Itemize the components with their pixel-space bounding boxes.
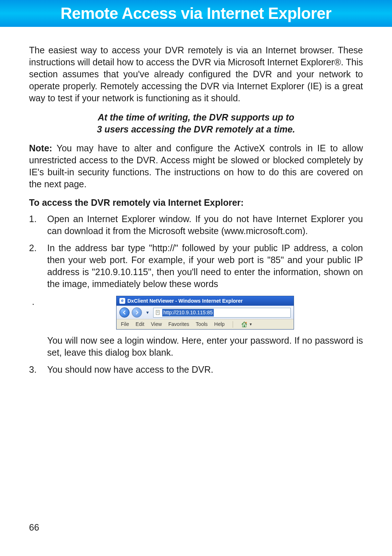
menu-view[interactable]: View xyxy=(151,321,162,327)
intro-paragraph: The easiest way to access your DVR remot… xyxy=(29,44,363,104)
forward-button[interactable] xyxy=(132,307,142,318)
step-2: In the address bar type "http://" follow… xyxy=(29,242,363,359)
callout-line-2: 3 users accessing the DVR remotely at a … xyxy=(29,123,363,135)
nav-dropdown-icon[interactable]: ▼ xyxy=(144,310,151,315)
address-url: http://210.9.10.115:85 xyxy=(162,309,214,316)
home-button[interactable]: ▼ xyxy=(241,322,253,327)
ie-window-title: DxClient NetViewer - Windows Internet Ex… xyxy=(127,298,243,304)
step-2-text: In the address bar type "http://" follow… xyxy=(47,243,363,289)
menu-file[interactable]: File xyxy=(121,321,129,327)
svg-rect-0 xyxy=(156,310,159,315)
menu-separator xyxy=(233,321,233,328)
step-2-continuation: You will now see a login window. Here, e… xyxy=(47,335,363,359)
step-3: You should now have access to the DVR. xyxy=(29,364,363,376)
ie-logo-icon: e xyxy=(119,298,125,304)
ie-window: e DxClient NetViewer - Windows Internet … xyxy=(116,296,294,330)
bullet-dot: . xyxy=(32,296,34,308)
step-1-text: Open an Internet Explorer window. If you… xyxy=(47,214,363,236)
back-button[interactable] xyxy=(119,307,130,318)
ie-address-bar-row: ▼ http://210.9.10.115:85 xyxy=(117,306,294,319)
instructions-heading: To access the DVR remotely via Internet … xyxy=(29,197,363,208)
menu-edit[interactable]: Edit xyxy=(136,321,144,327)
banner-title: Remote Access via Internet Explorer xyxy=(61,4,331,23)
chevron-down-icon: ▼ xyxy=(249,322,253,327)
page-number: 66 xyxy=(29,522,39,533)
callout-note: At the time of writing, the DVR supports… xyxy=(29,111,363,135)
menu-help[interactable]: Help xyxy=(214,321,225,327)
ie-menubar: File Edit View Favorites Tools Help xyxy=(117,319,294,329)
svg-point-3 xyxy=(245,322,247,323)
menu-tools[interactable]: Tools xyxy=(196,321,208,327)
page-icon xyxy=(155,310,161,315)
ie-titlebar: e DxClient NetViewer - Windows Internet … xyxy=(117,296,294,306)
ie-screenshot: . e DxClient NetViewer - Windows Interne… xyxy=(47,296,363,330)
arrow-left-icon xyxy=(122,310,127,315)
arrow-right-icon xyxy=(135,310,139,315)
note-label: Note: xyxy=(29,143,52,153)
address-input[interactable]: http://210.9.10.115:85 xyxy=(153,308,291,317)
home-icon xyxy=(241,322,248,327)
page-content: The easiest way to access your DVR remot… xyxy=(0,27,392,376)
step-1: Open an Internet Explorer window. If you… xyxy=(29,213,363,237)
note-text: You may have to alter and configure the … xyxy=(29,143,363,189)
page-banner: Remote Access via Internet Explorer xyxy=(0,0,392,27)
menu-favorites[interactable]: Favorites xyxy=(168,321,189,327)
steps-list: Open an Internet Explorer window. If you… xyxy=(29,213,363,376)
svg-rect-2 xyxy=(244,325,245,327)
note-paragraph: Note: You may have to alter and configur… xyxy=(29,142,363,190)
step-3-text: You should now have access to the DVR. xyxy=(47,364,213,375)
callout-line-1: At the time of writing, the DVR supports… xyxy=(29,111,363,123)
